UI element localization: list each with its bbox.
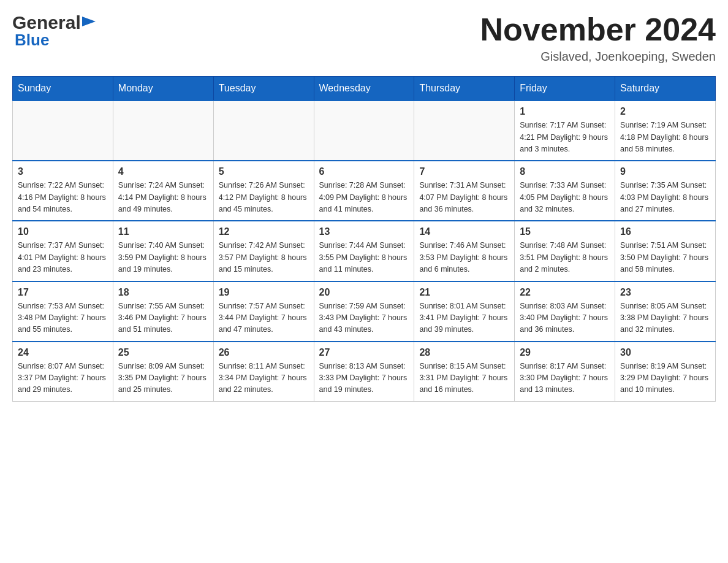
page-header: General Blue November 2024 Gislaved, Joe… (12, 12, 716, 64)
day-number: 28 (419, 347, 509, 358)
calendar-day-cell: 18Sunrise: 7:55 AM Sunset: 3:46 PM Dayli… (113, 282, 213, 342)
calendar-day-cell: 24Sunrise: 8:07 AM Sunset: 3:37 PM Dayli… (13, 342, 113, 402)
day-info: Sunrise: 8:05 AM Sunset: 3:38 PM Dayligh… (620, 301, 710, 336)
calendar-day-cell (13, 101, 113, 161)
calendar-day-cell: 21Sunrise: 8:01 AM Sunset: 3:41 PM Dayli… (414, 282, 515, 342)
day-info: Sunrise: 8:13 AM Sunset: 3:33 PM Dayligh… (319, 361, 409, 396)
logo: General Blue (12, 12, 96, 50)
day-number: 26 (219, 347, 309, 358)
day-info: Sunrise: 7:26 AM Sunset: 4:12 PM Dayligh… (219, 180, 309, 215)
calendar-day-cell: 25Sunrise: 8:09 AM Sunset: 3:35 PM Dayli… (113, 342, 213, 402)
calendar-day-cell: 7Sunrise: 7:31 AM Sunset: 4:07 PM Daylig… (414, 161, 515, 221)
calendar-week-row: 17Sunrise: 7:53 AM Sunset: 3:48 PM Dayli… (13, 282, 716, 342)
day-info: Sunrise: 8:03 AM Sunset: 3:40 PM Dayligh… (520, 301, 610, 336)
calendar-day-header: Saturday (615, 77, 716, 101)
day-info: Sunrise: 7:59 AM Sunset: 3:43 PM Dayligh… (319, 301, 409, 336)
calendar-day-header: Monday (113, 77, 213, 101)
day-number: 19 (219, 287, 309, 298)
day-info: Sunrise: 7:46 AM Sunset: 3:53 PM Dayligh… (419, 240, 509, 275)
day-info: Sunrise: 7:17 AM Sunset: 4:21 PM Dayligh… (520, 120, 610, 155)
day-number: 5 (219, 166, 309, 177)
day-info: Sunrise: 7:48 AM Sunset: 3:51 PM Dayligh… (520, 240, 610, 275)
calendar-day-cell: 6Sunrise: 7:28 AM Sunset: 4:09 PM Daylig… (314, 161, 414, 221)
day-number: 15 (520, 226, 610, 237)
day-number: 23 (620, 287, 710, 298)
title-section: November 2024 Gislaved, Joenkoeping, Swe… (480, 12, 716, 64)
calendar-day-cell (213, 101, 314, 161)
calendar-day-cell: 5Sunrise: 7:26 AM Sunset: 4:12 PM Daylig… (213, 161, 314, 221)
calendar-day-cell: 22Sunrise: 8:03 AM Sunset: 3:40 PM Dayli… (515, 282, 615, 342)
calendar-day-cell: 11Sunrise: 7:40 AM Sunset: 3:59 PM Dayli… (113, 221, 213, 281)
day-info: Sunrise: 7:51 AM Sunset: 3:50 PM Dayligh… (620, 240, 710, 275)
day-number: 29 (520, 347, 610, 358)
day-info: Sunrise: 7:40 AM Sunset: 3:59 PM Dayligh… (118, 240, 208, 275)
day-info: Sunrise: 7:24 AM Sunset: 4:14 PM Dayligh… (118, 180, 208, 215)
calendar-day-header: Sunday (13, 77, 113, 101)
day-info: Sunrise: 7:44 AM Sunset: 3:55 PM Dayligh… (319, 240, 409, 275)
day-number: 13 (319, 226, 409, 237)
calendar-day-cell: 16Sunrise: 7:51 AM Sunset: 3:50 PM Dayli… (615, 221, 716, 281)
calendar-day-cell: 27Sunrise: 8:13 AM Sunset: 3:33 PM Dayli… (314, 342, 414, 402)
day-number: 18 (118, 287, 208, 298)
calendar-day-cell: 15Sunrise: 7:48 AM Sunset: 3:51 PM Dayli… (515, 221, 615, 281)
day-number: 4 (118, 166, 208, 177)
calendar-week-row: 1Sunrise: 7:17 AM Sunset: 4:21 PM Daylig… (13, 101, 716, 161)
logo-triangle-icon (82, 17, 96, 30)
day-number: 24 (18, 347, 108, 358)
calendar-day-cell (113, 101, 213, 161)
calendar-day-header: Thursday (414, 77, 515, 101)
calendar-day-cell: 2Sunrise: 7:19 AM Sunset: 4:18 PM Daylig… (615, 101, 716, 161)
day-number: 9 (620, 166, 710, 177)
calendar-day-cell: 12Sunrise: 7:42 AM Sunset: 3:57 PM Dayli… (213, 221, 314, 281)
day-number: 2 (620, 106, 710, 117)
logo-general: General (12, 12, 81, 33)
day-info: Sunrise: 8:07 AM Sunset: 3:37 PM Dayligh… (18, 361, 108, 396)
calendar-day-cell: 3Sunrise: 7:22 AM Sunset: 4:16 PM Daylig… (13, 161, 113, 221)
logo-blue-text: Blue (15, 31, 49, 50)
location-text: Gislaved, Joenkoeping, Sweden (480, 50, 716, 64)
day-number: 22 (520, 287, 610, 298)
calendar-day-header: Tuesday (213, 77, 314, 101)
day-info: Sunrise: 7:28 AM Sunset: 4:09 PM Dayligh… (319, 180, 409, 215)
calendar-day-cell (314, 101, 414, 161)
day-number: 17 (18, 287, 108, 298)
calendar-day-cell: 1Sunrise: 7:17 AM Sunset: 4:21 PM Daylig… (515, 101, 615, 161)
calendar-day-cell: 19Sunrise: 7:57 AM Sunset: 3:44 PM Dayli… (213, 282, 314, 342)
calendar-day-cell: 23Sunrise: 8:05 AM Sunset: 3:38 PM Dayli… (615, 282, 716, 342)
calendar-day-cell: 8Sunrise: 7:33 AM Sunset: 4:05 PM Daylig… (515, 161, 615, 221)
month-title: November 2024 (480, 12, 716, 47)
day-number: 27 (319, 347, 409, 358)
calendar-day-cell: 29Sunrise: 8:17 AM Sunset: 3:30 PM Dayli… (515, 342, 615, 402)
day-number: 14 (419, 226, 509, 237)
day-number: 21 (419, 287, 509, 298)
day-number: 25 (118, 347, 208, 358)
day-number: 20 (319, 287, 409, 298)
day-info: Sunrise: 8:11 AM Sunset: 3:34 PM Dayligh… (219, 361, 309, 396)
day-info: Sunrise: 7:55 AM Sunset: 3:46 PM Dayligh… (118, 301, 208, 336)
day-info: Sunrise: 7:42 AM Sunset: 3:57 PM Dayligh… (219, 240, 309, 275)
calendar-header-row: SundayMondayTuesdayWednesdayThursdayFrid… (13, 77, 716, 101)
calendar-day-cell: 28Sunrise: 8:15 AM Sunset: 3:31 PM Dayli… (414, 342, 515, 402)
day-info: Sunrise: 7:37 AM Sunset: 4:01 PM Dayligh… (18, 240, 108, 275)
day-info: Sunrise: 7:53 AM Sunset: 3:48 PM Dayligh… (18, 301, 108, 336)
day-info: Sunrise: 8:15 AM Sunset: 3:31 PM Dayligh… (419, 361, 509, 396)
day-number: 10 (18, 226, 108, 237)
calendar-week-row: 3Sunrise: 7:22 AM Sunset: 4:16 PM Daylig… (13, 161, 716, 221)
calendar-day-header: Wednesday (314, 77, 414, 101)
day-info: Sunrise: 7:57 AM Sunset: 3:44 PM Dayligh… (219, 301, 309, 336)
day-number: 6 (319, 166, 409, 177)
calendar-day-cell: 13Sunrise: 7:44 AM Sunset: 3:55 PM Dayli… (314, 221, 414, 281)
day-info: Sunrise: 7:35 AM Sunset: 4:03 PM Dayligh… (620, 180, 710, 215)
day-info: Sunrise: 7:19 AM Sunset: 4:18 PM Dayligh… (620, 120, 710, 155)
day-info: Sunrise: 7:22 AM Sunset: 4:16 PM Dayligh… (18, 180, 108, 215)
day-number: 16 (620, 226, 710, 237)
calendar-day-cell (414, 101, 515, 161)
day-info: Sunrise: 8:17 AM Sunset: 3:30 PM Dayligh… (520, 361, 610, 396)
day-info: Sunrise: 7:33 AM Sunset: 4:05 PM Dayligh… (520, 180, 610, 215)
calendar-day-cell: 9Sunrise: 7:35 AM Sunset: 4:03 PM Daylig… (615, 161, 716, 221)
day-number: 30 (620, 347, 710, 358)
calendar-day-cell: 4Sunrise: 7:24 AM Sunset: 4:14 PM Daylig… (113, 161, 213, 221)
day-info: Sunrise: 8:19 AM Sunset: 3:29 PM Dayligh… (620, 361, 710, 396)
day-info: Sunrise: 7:31 AM Sunset: 4:07 PM Dayligh… (419, 180, 509, 215)
calendar-day-cell: 10Sunrise: 7:37 AM Sunset: 4:01 PM Dayli… (13, 221, 113, 281)
